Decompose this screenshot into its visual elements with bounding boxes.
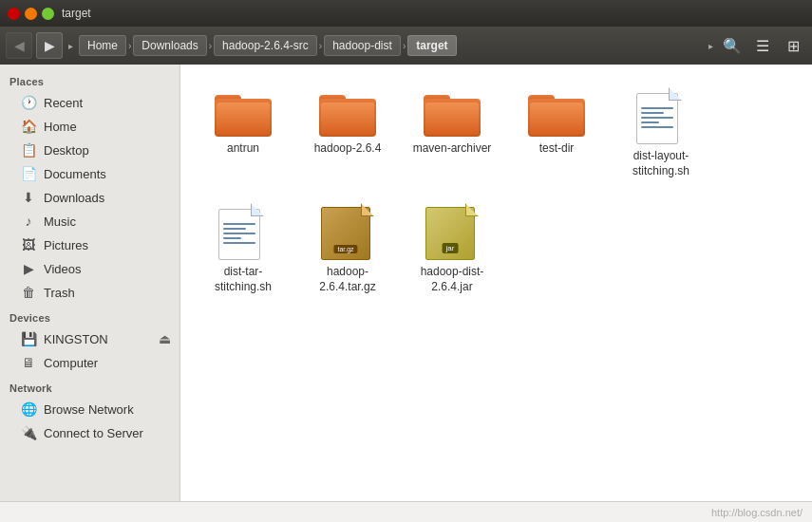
script-icon	[218, 203, 268, 260]
sidebar-item-browse-network[interactable]: 🌐Browse Network	[3, 398, 177, 420]
window-title: target	[62, 7, 91, 20]
sidebar-item-recent[interactable]: 🕐Recent	[3, 91, 177, 114]
breadcrumb-trailing-arrow: ▸	[707, 41, 715, 51]
breadcrumb-bar: Home›Downloads›hadoop-2.6.4-src›hadoop-d…	[79, 35, 703, 56]
breadcrumb-item-downloads[interactable]: Downloads	[133, 35, 206, 56]
places-label: Places	[0, 68, 179, 90]
recent-icon: 🕐	[20, 95, 37, 110]
file-label-hadoop-264: hadoop-2.6.4	[314, 141, 382, 157]
sidebar-item-documents[interactable]: 📄Documents	[3, 162, 177, 185]
sidebar-label-home: Home	[44, 120, 77, 134]
file-label-antrun: antrun	[227, 141, 259, 157]
sidebar-item-kingston[interactable]: 💾 KINGSTON	[3, 327, 153, 350]
file-grid: antrun hadoop-2.6.4 maven-archiver test-…	[196, 80, 797, 302]
breadcrumb-item-hadoop-src[interactable]: hadoop-2.6.4-src	[214, 35, 317, 56]
jar-icon: jar	[425, 203, 479, 260]
sidebar-label-music: Music	[44, 214, 76, 229]
sidebar-item-downloads[interactable]: ⬇Downloads	[3, 186, 177, 209]
sidebar-item-home[interactable]: 🏠Home	[3, 115, 177, 138]
computer-icon: 🖥	[20, 355, 37, 370]
toolbar: ◀ ▶ ▸ Home›Downloads›hadoop-2.6.4-src›ha…	[0, 27, 812, 65]
file-label-test-dir: test-dir	[539, 141, 575, 157]
devices-label: Devices	[0, 305, 179, 326]
file-label-dist-layout-sh: dist-layout-stitching.sh	[619, 149, 703, 178]
documents-icon: 📄	[20, 166, 37, 181]
sidebar-item-pictures[interactable]: 🖼Pictures	[3, 233, 177, 256]
desktop-icon: 📋	[20, 142, 37, 158]
breadcrumb-separator: ›	[207, 41, 214, 51]
maximize-button[interactable]	[42, 8, 54, 20]
sidebar: Places 🕐Recent🏠Home📋Desktop📄Documents⬇Do…	[0, 65, 180, 501]
toolbar-right: 🔍 ☰ ⊞	[719, 32, 806, 59]
trash-icon: 🗑	[20, 285, 37, 300]
file-item-maven-archiver[interactable]: maven-archiver	[405, 80, 500, 186]
script-icon	[636, 87, 686, 144]
back-button[interactable]: ◀	[6, 32, 32, 59]
sidebar-label-computer: Computer	[44, 356, 98, 370]
sidebar-item-desktop[interactable]: 📋Desktop	[3, 139, 177, 161]
file-label-dist-tar-sh: dist-tar-stitching.sh	[201, 265, 285, 294]
folder-icon	[528, 87, 585, 137]
file-item-test-dir[interactable]: test-dir	[509, 80, 604, 186]
sidebar-label-downloads: Downloads	[44, 191, 104, 205]
breadcrumb-separator: ›	[126, 41, 133, 51]
sidebar-label-documents: Documents	[44, 167, 106, 181]
sidebar-label-connect-server: Connect to Server	[44, 426, 143, 440]
eject-button-kingston[interactable]: ⏏	[153, 329, 177, 348]
downloads-icon: ⬇	[20, 190, 37, 205]
breadcrumb-separator: ›	[317, 41, 324, 51]
music-icon: ♪	[20, 214, 37, 229]
watermark: http://blog.csdn.net/	[711, 507, 803, 518]
folder-icon	[319, 87, 376, 137]
sidebar-label-browse-network: Browse Network	[44, 402, 134, 417]
sidebar-label-trash: Trash	[44, 286, 75, 300]
file-label-hadoop-targz: hadoop-2.6.4.tar.gz	[306, 265, 389, 294]
file-item-antrun[interactable]: antrun	[196, 80, 291, 186]
sidebar-item-music[interactable]: ♪Music	[3, 210, 177, 233]
connect-server-icon: 🔌	[20, 425, 37, 440]
breadcrumb-separator: ›	[401, 41, 407, 51]
sidebar-item-connect-server[interactable]: 🔌Connect to Server	[3, 421, 177, 444]
sidebar-item-trash[interactable]: 🗑Trash	[3, 281, 177, 304]
sidebar-label-videos: Videos	[44, 262, 82, 276]
videos-icon: ▶	[20, 261, 37, 276]
browse-network-icon: 🌐	[20, 401, 37, 417]
titlebar: target	[0, 0, 812, 27]
main-area: Places 🕐Recent🏠Home📋Desktop📄Documents⬇Do…	[0, 65, 812, 501]
network-label: Network	[0, 375, 179, 397]
file-item-dist-layout-sh[interactable]: dist-layout-stitching.sh	[614, 80, 708, 186]
file-label-maven-archiver: maven-archiver	[413, 141, 492, 157]
forward-button[interactable]: ▶	[36, 32, 63, 59]
list-view-button[interactable]: ☰	[749, 32, 776, 59]
file-area[interactable]: antrun hadoop-2.6.4 maven-archiver test-…	[180, 65, 812, 501]
search-button[interactable]: 🔍	[719, 32, 746, 59]
minimize-button[interactable]	[25, 8, 37, 20]
statusbar: http://blog.csdn.net/	[0, 501, 812, 522]
breadcrumb-item-hadoop-dist[interactable]: hadoop-dist	[324, 35, 401, 56]
kingston-icon: 💾	[20, 331, 37, 346]
file-item-hadoop-targz[interactable]: tar.gz hadoop-2.6.4.tar.gz	[300, 196, 395, 302]
sidebar-item-computer[interactable]: 🖥Computer	[3, 351, 177, 374]
sidebar-label-desktop: Desktop	[44, 143, 89, 158]
file-item-hadoop-jar[interactable]: jar hadoop-dist-2.6.4.jar	[405, 196, 500, 302]
file-label-hadoop-jar: hadoop-dist-2.6.4.jar	[410, 265, 494, 294]
breadcrumb-leading-arrow: ▸	[66, 41, 75, 51]
grid-view-button[interactable]: ⊞	[780, 32, 806, 59]
home-icon: 🏠	[20, 119, 37, 134]
file-item-dist-tar-sh[interactable]: dist-tar-stitching.sh	[196, 196, 291, 302]
folder-icon	[215, 87, 272, 137]
breadcrumb-item-home[interactable]: Home	[79, 35, 126, 56]
close-button[interactable]	[8, 8, 20, 20]
pictures-icon: 🖼	[20, 237, 37, 252]
window-controls	[8, 8, 54, 20]
file-item-hadoop-264[interactable]: hadoop-2.6.4	[300, 80, 395, 186]
targz-icon: tar.gz	[321, 203, 374, 260]
sidebar-item-wrapper-kingston: 💾 KINGSTON ⏏	[3, 327, 177, 350]
sidebar-label-recent: Recent	[44, 96, 83, 110]
sidebar-label-kingston: KINGSTON	[44, 332, 108, 346]
sidebar-label-pictures: Pictures	[44, 238, 88, 252]
sidebar-item-videos[interactable]: ▶Videos	[3, 257, 177, 280]
breadcrumb-item-target[interactable]: target	[407, 35, 456, 56]
folder-icon	[424, 87, 481, 137]
